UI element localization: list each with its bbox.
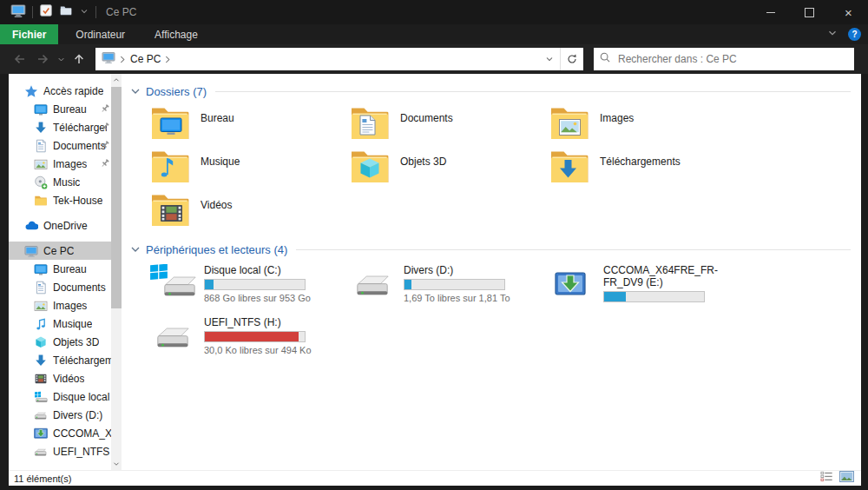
separator (32, 6, 33, 18)
close-button[interactable]: × (829, 0, 868, 24)
sidebar-item-label: Musique (53, 318, 92, 330)
tab-fichier[interactable]: Fichier (0, 24, 58, 44)
address-bar[interactable]: Ce PC (95, 48, 583, 70)
folder-tile-vid-os[interactable]: Vidéos (150, 192, 350, 235)
group-divider (296, 249, 851, 250)
sidebar-item-cccoma-x64fre-fr-fr-dv9-e[interactable]: CCCOMA_X64FRE_FR-FR_DV9 (E:) (9, 424, 111, 442)
sidebar-item-objets-3d[interactable]: Objets 3D (9, 333, 111, 351)
sidebar-item-label: Documents (53, 140, 106, 152)
breadcrumb[interactable]: Ce PC (130, 53, 161, 65)
sidebar-scrollbar[interactable] (111, 74, 122, 470)
new-folder-icon[interactable] (59, 3, 73, 21)
sidebar-item-documents[interactable]: Documents (9, 136, 111, 155)
group-header-peripheriques[interactable]: Périphériques et lecteurs (4) (128, 242, 854, 257)
image-icon (34, 299, 48, 313)
capacity-bar (603, 291, 705, 302)
image-icon (34, 157, 48, 171)
sidebar-item-bureau[interactable]: Bureau (9, 100, 111, 118)
sidebar-item-music[interactable]: Music (9, 173, 111, 191)
sidebar-item-images[interactable]: Images (9, 296, 111, 315)
back-button[interactable] (9, 48, 31, 70)
sidebar-item-label: Images (53, 158, 87, 170)
sidebar-item-label: Bureau (53, 263, 87, 275)
sidebar-item-label: Tek-House (53, 195, 102, 207)
sidebar-item-documents[interactable]: Documents (9, 278, 111, 296)
folder-name: Vidéos (201, 199, 232, 235)
drive-tile-uefi-ntfs-h[interactable]: UEFI_NTFS (H:)30,0 Ko libres sur 494 Ko (150, 316, 350, 358)
customize-toolbar-chevron-icon[interactable] (79, 4, 89, 20)
download-overlay-icon (559, 159, 577, 182)
thumbnails-view-icon[interactable] (839, 469, 854, 487)
minimize-button[interactable] (751, 0, 790, 24)
tab-ordinateur[interactable]: Ordinateur (63, 24, 137, 44)
capacity-bar (404, 279, 505, 290)
breadcrumb-chevron-icon[interactable] (120, 51, 126, 67)
drive-name: Disque local (C:) (204, 264, 343, 276)
folder-icon (350, 105, 390, 140)
sidebar-item-bureau[interactable]: Bureau (9, 260, 111, 278)
search-box[interactable] (594, 48, 854, 70)
sidebar-item-ce-pc[interactable]: Ce PC (9, 242, 111, 260)
pin-icon (100, 140, 110, 153)
folder-name: Musique (201, 156, 240, 192)
drive-icon (34, 445, 48, 459)
cube-overlay-icon (359, 157, 380, 182)
capacity-bar (204, 279, 306, 290)
sidebar-item-vid-os[interactable]: Vidéos (9, 369, 111, 387)
up-button[interactable] (68, 48, 90, 70)
close-icon: × (845, 6, 852, 19)
separator (95, 6, 96, 18)
sidebar-item-t-l-chargements[interactable]: Téléchargements (9, 118, 111, 136)
drive-tile-cccoma-x64fre-fr-fr-dv9-e[interactable]: CCCOMA_X64FRE_FR-FR_DV9 (E:) (549, 264, 749, 306)
drive-tile-divers-d[interactable]: Divers (D:)1,69 To libres sur 1,81 To (350, 264, 549, 306)
breadcrumb-chevron-icon[interactable] (165, 51, 171, 67)
sidebar-item-divers-d[interactable]: Divers (D:) (9, 406, 111, 424)
scroll-down-icon[interactable] (111, 458, 122, 470)
scrollbar-thumb[interactable] (111, 87, 122, 308)
document-icon (34, 139, 48, 153)
sidebar-item-onedrive[interactable]: OneDrive (9, 216, 111, 235)
collapse-group-chevron-icon[interactable] (130, 244, 141, 255)
help-button[interactable]: ? (848, 28, 861, 41)
folder-icon (150, 105, 190, 140)
properties-icon[interactable] (39, 3, 53, 21)
forward-button[interactable] (31, 48, 54, 70)
drive-tile-disque-local-c[interactable]: Disque local (C:)868 Go libres sur 953 G… (150, 264, 350, 306)
refresh-button[interactable] (560, 48, 583, 70)
collapse-group-chevron-icon[interactable] (130, 86, 141, 96)
window-title: Ce PC (106, 6, 136, 18)
music-overlay-icon (160, 156, 177, 182)
folder-tile-images[interactable]: Images (549, 105, 749, 149)
maximize-button[interactable] (790, 0, 829, 24)
sidebar-item-uefi-ntfs-h[interactable]: UEFI_NTFS (H:) (9, 442, 111, 460)
sidebar-item-label: Disque local (C:) (53, 391, 111, 403)
hard-drive-icon (161, 274, 199, 304)
explorer-window: Ce PC × Fichier Ordinateur Affichage ? (0, 0, 868, 74)
expand-ribbon-chevron-icon[interactable] (826, 27, 838, 43)
sidebar-item-tek-house[interactable]: Tek-House (9, 191, 111, 209)
sidebar-item-images[interactable]: Images (9, 155, 111, 173)
folder-tile-objets-3d[interactable]: Objets 3D (350, 149, 549, 192)
folder-tile-t-l-chargements[interactable]: Téléchargements (549, 149, 749, 192)
dvd-setup-icon (34, 427, 48, 440)
sidebar-item-t-l-chargements[interactable]: Téléchargements (9, 351, 111, 369)
image-overlay-icon (559, 119, 581, 139)
sidebar-item-disque-local-c[interactable]: Disque local (C:) (9, 387, 111, 406)
recent-locations-chevron[interactable] (54, 48, 68, 70)
capacity-bar (204, 331, 306, 342)
folder-tile-documents[interactable]: Documents (350, 105, 549, 149)
search-input[interactable] (616, 52, 849, 66)
app-icon (10, 3, 26, 22)
folder-tile-musique[interactable]: Musique (150, 149, 350, 192)
details-view-icon[interactable] (820, 470, 833, 487)
group-header-dossiers[interactable]: Dossiers (7) (128, 83, 854, 99)
scroll-up-icon[interactable] (111, 74, 122, 86)
folder-icon (150, 192, 190, 227)
sidebar-item-acc-s-rapide[interactable]: Accès rapide (9, 82, 111, 100)
content-area: Accès rapide Bureau Téléchargements Docu… (9, 74, 861, 470)
address-dropdown-button[interactable] (539, 48, 560, 70)
sidebar-item-label: Documents (53, 281, 106, 294)
sidebar-item-musique[interactable]: Musique (9, 315, 111, 333)
tab-affichage[interactable]: Affichage (142, 24, 210, 44)
folder-tile-bureau[interactable]: Bureau (150, 105, 350, 149)
